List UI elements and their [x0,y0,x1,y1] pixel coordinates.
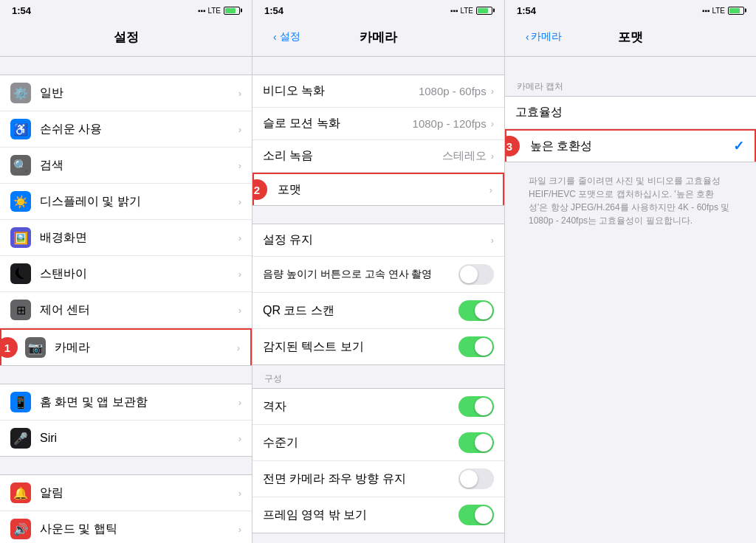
label-format: 포맷 [278,182,489,198]
nav-bar-3: ‹ 카메라 포맷 [505,21,756,57]
list-item-outside-frame[interactable]: 프레임 영역 밖 보기 [252,497,504,533]
icon-control-center: ⊞ [10,300,31,320]
list-item-slo-mo[interactable]: 슬로 모션 녹화 1080p - 120fps › [252,108,504,140]
section-title-composition: 구성 [264,373,282,384]
chevron-wallpaper: › [238,232,241,243]
label-outside-frame: 프레임 영역 밖 보기 [263,508,458,523]
list-item-most-compatible[interactable]: 3 높은 호환성 ✓ [505,129,756,162]
section-header-photo: 사진 캡처 [252,533,504,543]
icon-wallpaper: 🖼️ [10,227,31,248]
camera-capture-title: 카메라 캡처 [517,81,563,91]
label-qr: QR 코드 스캔 [263,303,458,319]
toggle-outside-frame[interactable] [458,505,494,525]
checkmark-most-compatible: ✓ [733,138,744,154]
list-item-level[interactable]: 수준기 [252,425,504,461]
nav-back-2[interactable]: ‹ 설정 [273,30,300,44]
chevron-audio-rec: › [491,151,494,162]
battery-fill-2 [478,8,488,13]
toggle-mirror[interactable] [458,468,494,489]
toggle-knob-qr [475,302,492,319]
list-item-search[interactable]: 🔍 검색 › [0,148,252,184]
list-item-format[interactable]: 2 포맷 › [252,173,504,205]
back-label-3: 카메라 [531,30,562,44]
battery-fill-1 [225,8,236,13]
step-badge-2: 2 [252,179,267,200]
icon-sounds: 🔊 [10,519,31,539]
list-item-standby[interactable]: ⏾ 스탠바이 › [0,256,252,292]
chevron-slo-mo: › [491,118,494,129]
label-homescreen: 홈 화면 및 앱 보관함 [40,395,238,410]
nav-title-3: 포맷 [618,29,643,46]
list-item-sounds[interactable]: 🔊 사운드 및 햅틱 › [0,511,252,543]
status-bar-1: 1:54 ▪▪▪ LTE [0,0,252,21]
list-item-qr[interactable]: QR 코드 스캔 [252,293,504,329]
list-item-mirror[interactable]: 전면 카메라 좌우 방향 유지 [252,461,504,497]
status-bar-2: 1:54 ▪▪▪ LTE [252,0,504,21]
label-mirror: 전면 카메라 좌우 방향 유지 [263,471,458,487]
format-description: 파일 크기를 줄이려면 사진 및 비디오를 고효율성 HEIF/HEVC 포맷으… [517,168,744,239]
status-time-3: 1:54 [517,5,536,16]
signal-icon-3: ▪▪▪ LTE [702,7,725,15]
list-item-general[interactable]: ⚙️ 일반 › [0,75,252,111]
list-item-control-center[interactable]: ⊞ 제어 센터 › [0,292,252,328]
toggle-qr[interactable] [458,300,494,321]
toggle-detected-text[interactable] [458,336,494,357]
chevron-notifications: › [238,488,241,499]
format-group-1: 고효율성 3 높은 호환성 ✓ [505,96,756,162]
toggle-knob-detected-text [475,338,492,356]
label-accessibility: 손쉬운 사용 [40,122,238,137]
chevron-siri: › [238,433,241,444]
status-bar-3: 1:54 ▪▪▪ LTE [505,0,756,21]
label-sounds: 사운드 및 햅틱 [40,522,238,537]
nav-back-3[interactable]: ‹ 카메라 [526,30,562,44]
list-item-preserve-settings[interactable]: 설정 유지 › [252,224,504,257]
list-item-wallpaper[interactable]: 🖼️ 배경화면 › [0,220,252,256]
camera-capture-header: 카메라 캡처 [505,75,756,96]
list-item-notifications[interactable]: 🔔 알림 › [0,475,252,511]
settings-scroll-2[interactable]: 비디오 녹화 1080p - 60fps › 슬로 모션 녹화 1080p - … [252,57,504,543]
status-icons-1: ▪▪▪ LTE [198,7,240,15]
list-item-camera[interactable]: 1 📷 카메라 › [0,328,252,365]
toggle-knob-level [475,434,492,452]
toggle-knob-outside-frame [475,506,492,524]
icon-homescreen: 📱 [10,392,31,412]
label-siri: Siri [40,432,238,445]
chevron-general: › [238,88,241,99]
panel-settings: 1:54 ▪▪▪ LTE 설정 ⚙️ 일반 › ♿ 손쉬운 사용 [0,0,252,543]
label-search: 검색 [40,158,238,173]
settings-scroll-3[interactable]: 카메라 캡처 고효율성 3 높은 호환성 ✓ 파일 크기를 줄이려면 사진 및 … [505,57,756,543]
icon-search: 🔍 [10,155,31,176]
toggle-knob-mirror [460,470,478,488]
toggle-grid[interactable] [458,396,494,417]
list-item-video-rec[interactable]: 비디오 녹화 1080p - 60fps › [252,75,504,108]
value-video-rec: 1080p - 60fps [419,85,487,97]
list-item-detected-text[interactable]: 감지된 텍스트 보기 [252,329,504,364]
step-badge-3: 3 [505,136,520,156]
list-item-display[interactable]: ☀️ 디스플레이 및 밝기 › [0,184,252,220]
value-audio-rec: 스테레오 [442,149,487,163]
list-item-grid[interactable]: 격자 [252,389,504,425]
list-item-high-efficiency[interactable]: 고효율성 [505,97,756,129]
icon-accessibility: ♿ [10,119,31,139]
toggle-burst[interactable] [458,264,494,285]
list-item-accessibility[interactable]: ♿ 손쉬운 사용 › [0,111,252,148]
chevron-display: › [238,196,241,207]
list-item-burst[interactable]: 음량 높이기 버튼으로 고속 연사 촬영 [252,257,504,293]
label-notifications: 알림 [40,485,238,501]
toggle-level[interactable] [458,432,494,453]
battery-icon-1 [224,7,240,15]
label-video-rec: 비디오 녹화 [263,83,419,99]
label-general: 일반 [40,86,238,101]
chevron-accessibility: › [238,124,241,135]
settings-scroll-1[interactable]: ⚙️ 일반 › ♿ 손쉬운 사용 › 🔍 검색 › ☀️ 디스플레이 및 밝기 … [0,57,252,543]
toggle-knob-burst [460,266,478,283]
toggle-knob-grid [475,398,492,415]
icon-camera: 📷 [25,337,46,358]
list-item-audio-rec[interactable]: 소리 녹음 스테레오 › [252,140,504,173]
label-grid: 격자 [263,399,458,415]
label-control-center: 제어 센터 [40,302,238,318]
label-level: 수준기 [263,435,458,451]
list-item-homescreen[interactable]: 📱 홈 화면 및 앱 보관함 › [0,384,252,421]
icon-display: ☀️ [10,191,31,212]
list-item-siri[interactable]: 🎤 Siri › [0,421,252,456]
